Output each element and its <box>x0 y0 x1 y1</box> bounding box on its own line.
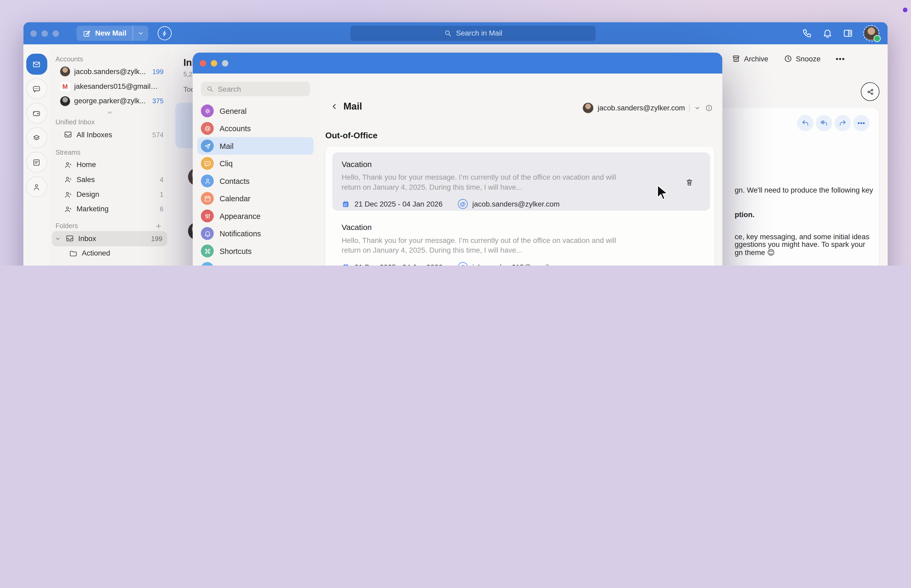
sidebar-resize-grip[interactable] <box>50 108 169 117</box>
reply-button[interactable] <box>797 115 814 131</box>
share-button[interactable] <box>861 82 879 101</box>
global-search-input[interactable]: Search in Mail <box>350 26 595 41</box>
reply-all-icon <box>820 119 828 127</box>
online-status-dot <box>874 35 881 42</box>
sidebar-folder-actioned[interactable]: Actioned <box>50 246 169 261</box>
settings-nav-appearance[interactable]: Appearance <box>197 207 314 225</box>
archive-button[interactable]: Archive <box>732 54 769 63</box>
settings-nav-shortcuts[interactable]: Shortcuts <box>197 242 314 260</box>
settings-nav-contacts[interactable]: Contacts <box>197 172 314 190</box>
message-body-fragment: ce, key messaging, and some initial idea… <box>735 233 869 241</box>
app-topbar: New Mail Search in Mail <box>23 22 888 44</box>
inbox-icon <box>65 234 74 243</box>
sidebar-folder-inbox[interactable]: Inbox 199 <box>52 231 167 246</box>
layout-panel-icon[interactable] <box>843 28 853 39</box>
rail-mail-tab[interactable] <box>26 54 47 75</box>
message-more-button[interactable]: ••• <box>853 115 870 131</box>
sliders-icon <box>204 212 211 220</box>
back-chevron-icon[interactable] <box>330 102 339 111</box>
collapse-chevron-icon[interactable] <box>54 235 61 242</box>
search-icon <box>206 85 214 93</box>
more-actions-button[interactable]: ••• <box>836 55 845 63</box>
forward-button[interactable] <box>835 115 851 131</box>
account-george[interactable]: george.parker@zylk... 375 <box>50 94 169 108</box>
at-sign-icon <box>204 124 211 132</box>
account-gmail[interactable]: M jakesanders015@gmail.c... <box>50 79 169 94</box>
chat-icon <box>32 84 41 93</box>
sidebar-item-all-inboxes[interactable]: All Inboxes 574 <box>50 127 169 142</box>
sidebar-folder-important[interactable]: Important <box>50 261 169 265</box>
desktop: New Mail Search in Mail <box>0 0 911 265</box>
new-mail-dropdown-button[interactable] <box>133 30 148 37</box>
folder-icon <box>69 249 78 258</box>
autoreply-entry-1[interactable]: Vacation Hello, Thank you for your messa… <box>332 152 710 211</box>
dialog-minimize-button[interactable] <box>211 60 217 66</box>
settings-nav-calendar[interactable]: Calendar <box>197 190 314 207</box>
settings-page-title: Mail <box>343 101 362 112</box>
stream-icon <box>63 190 72 199</box>
rail-contacts-tab[interactable] <box>26 176 47 197</box>
account-jacob[interactable]: jacob.sanders@zylk... 199 <box>50 64 169 79</box>
message-body-fragment: ption. <box>735 211 754 219</box>
delete-entry-icon[interactable] <box>685 178 694 187</box>
settings-nav-integration[interactable]: Integration <box>197 260 314 265</box>
dialog-close-button[interactable] <box>200 60 206 66</box>
gmail-logo-icon: M <box>60 81 70 91</box>
accounts-header: Accounts <box>50 54 169 64</box>
quick-actions-button[interactable] <box>157 26 172 40</box>
notifications-bell-icon[interactable] <box>822 28 833 39</box>
entry-dates: 21 Dec 2025 - 04 Jan 2026 <box>354 200 443 208</box>
settings-content: Mail jacob.sanders@zylker.com Out-of-Off… <box>318 73 722 265</box>
new-mail-split-button[interactable]: New Mail <box>76 26 148 41</box>
stream-icon <box>63 160 72 169</box>
rail-notes-tab[interactable] <box>26 152 47 173</box>
info-icon[interactable] <box>705 104 713 112</box>
reply-all-button[interactable] <box>816 115 832 131</box>
settings-nav-cliq[interactable]: Cliq <box>197 155 314 172</box>
add-folder-icon[interactable] <box>155 222 162 230</box>
sidebar-stream-sales[interactable]: Sales4 <box>50 172 169 187</box>
user-avatar[interactable] <box>863 25 879 41</box>
rail-tasks-tab[interactable] <box>26 127 47 148</box>
menubar-status-dot <box>903 8 908 12</box>
at-icon: @ <box>458 199 468 209</box>
ellipsis-icon: ••• <box>836 55 845 63</box>
sidebar-stream-design[interactable]: Design1 <box>50 187 169 202</box>
folders-header: Folders <box>55 221 155 231</box>
settings-dialog: Search General Accounts Mail Cliq Contac… <box>193 52 722 265</box>
dialog-zoom-button[interactable] <box>222 60 228 66</box>
snooze-button[interactable]: Snooze <box>783 54 820 63</box>
entry-dates: 21 Dec 2025 - 04 Jan 2026 <box>354 263 443 265</box>
zoom-window-button[interactable] <box>52 30 59 36</box>
entry-title: Vacation <box>332 215 710 231</box>
autoreply-entry-2[interactable]: Vacation Hello, Thank you for your messa… <box>332 215 710 265</box>
settings-nav-mail[interactable]: Mail <box>197 137 314 155</box>
new-mail-label: New Mail <box>95 29 126 37</box>
window-controls[interactable] <box>30 30 63 36</box>
settings-nav-notifications[interactable]: Notifications <box>197 225 314 242</box>
close-window-button[interactable] <box>30 30 37 36</box>
settings-search-input[interactable]: Search <box>201 82 310 96</box>
mail-sidebar: Accounts jacob.sanders@zylk... 199 M jak… <box>50 44 169 265</box>
wallet-icon <box>32 109 41 118</box>
settings-nav-general[interactable]: General <box>197 102 314 120</box>
app-rail <box>23 44 50 265</box>
rail-chat-tab[interactable] <box>26 78 47 99</box>
person-icon <box>32 182 41 191</box>
entry-email: jacob.sanders@zylker.com <box>472 200 560 208</box>
sidebar-stream-home[interactable]: Home <box>50 157 169 172</box>
phone-icon[interactable] <box>802 28 812 39</box>
account-avatar <box>60 96 70 106</box>
search-placeholder: Search in Mail <box>456 29 502 37</box>
minimize-window-button[interactable] <box>41 30 48 36</box>
sidebar-stream-marketing[interactable]: Marketing6 <box>50 202 169 216</box>
account-selector[interactable]: jacob.sanders@zylker.com <box>583 103 713 113</box>
account-email: jacob.sanders@zylker.com <box>597 104 685 112</box>
account-avatar <box>583 103 594 113</box>
settings-nav-accounts[interactable]: Accounts <box>197 120 314 137</box>
rail-calendar-tab[interactable] <box>26 103 47 124</box>
terminal-icon <box>204 265 211 265</box>
command-icon <box>204 247 211 255</box>
calendar-icon <box>341 200 350 208</box>
settings-nav: Search General Accounts Mail Cliq Contac… <box>193 73 318 265</box>
